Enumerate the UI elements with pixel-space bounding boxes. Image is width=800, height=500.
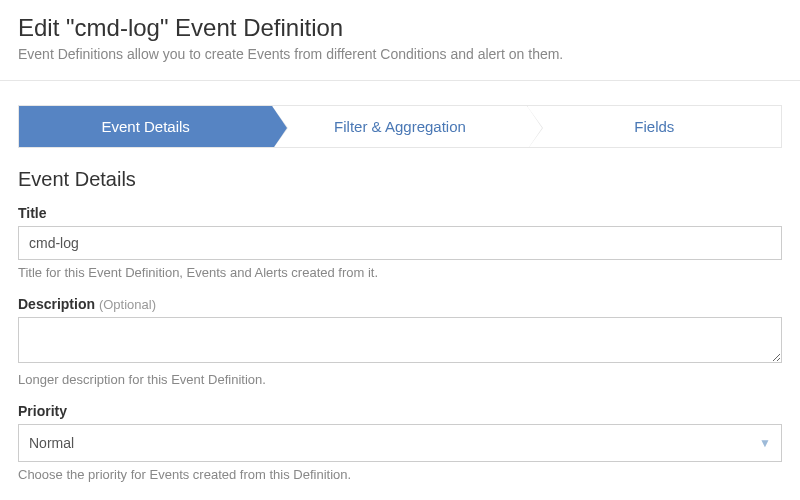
description-help: Longer description for this Event Defini… bbox=[18, 372, 782, 387]
title-help: Title for this Event Definition, Events … bbox=[18, 265, 782, 280]
priority-select[interactable]: Normal ▼ bbox=[18, 424, 782, 462]
step-filter-aggregation[interactable]: Filter & Aggregation bbox=[272, 106, 526, 147]
priority-label: Priority bbox=[18, 403, 782, 419]
caret-down-icon: ▼ bbox=[759, 436, 771, 450]
title-input[interactable] bbox=[18, 226, 782, 260]
description-input[interactable] bbox=[18, 317, 782, 363]
step-label: Filter & Aggregation bbox=[334, 118, 466, 135]
step-label: Fields bbox=[634, 118, 674, 135]
section-heading: Event Details bbox=[18, 168, 782, 191]
priority-selected-value: Normal bbox=[29, 435, 74, 451]
step-label: Event Details bbox=[101, 118, 189, 135]
priority-help: Choose the priority for Events created f… bbox=[18, 467, 782, 482]
page-subtitle: Event Definitions allow you to create Ev… bbox=[18, 46, 782, 62]
optional-marker: (Optional) bbox=[99, 297, 156, 312]
title-label: Title bbox=[18, 205, 782, 221]
description-label: Description (Optional) bbox=[18, 296, 782, 312]
step-fields[interactable]: Fields bbox=[527, 106, 781, 147]
step-event-details[interactable]: Event Details bbox=[19, 106, 272, 147]
description-label-text: Description bbox=[18, 296, 95, 312]
wizard-steps: Event Details Filter & Aggregation Field… bbox=[18, 105, 782, 148]
page-title: Edit "cmd-log" Event Definition bbox=[18, 14, 782, 42]
